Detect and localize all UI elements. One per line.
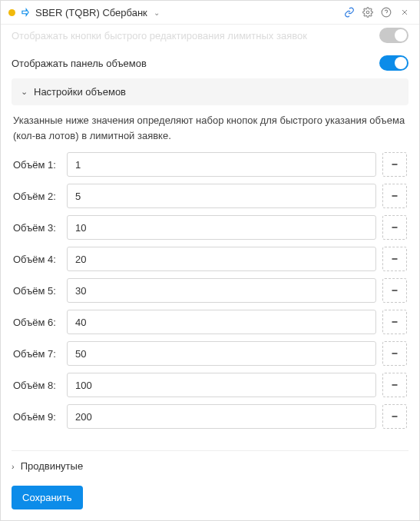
volume-row: Объём 7: [13,341,407,366]
volume-input[interactable] [67,373,376,397]
status-dot-icon [8,9,15,16]
footer: Сохранить [12,481,408,509]
volumes-description: Указанные ниже значения определяют набор… [12,113,408,152]
link-icon[interactable] [342,5,356,19]
volume-label: Объём 6: [13,317,61,328]
volume-input[interactable] [67,215,376,240]
chevron-right-icon: › [12,462,15,471]
volume-input[interactable] [67,404,376,429]
remove-volume-button[interactable] [382,341,407,366]
volume-label: Объём 3: [13,222,61,234]
remove-volume-button[interactable] [382,215,407,240]
advanced-section-header[interactable]: › Продвинутые [12,450,408,481]
toggle-quick-edit-switch[interactable] [379,28,408,43]
remove-volume-button[interactable] [382,247,407,271]
volume-input[interactable] [67,247,376,271]
toggle-volume-panel-switch[interactable] [379,55,408,71]
volume-label: Объём 7: [13,348,61,360]
volume-input[interactable] [67,341,376,366]
volume-list: Объём 1:Объём 2:Объём 3:Объём 4:Объём 5:… [12,152,408,429]
remove-volume-button[interactable] [382,310,407,334]
volume-row: Объём 1: [13,152,407,177]
remove-volume-button[interactable] [382,152,407,177]
remove-volume-button[interactable] [382,184,407,208]
settings-body: Отображать кнопки быстрого редактировани… [1,25,419,520]
toggle-quick-edit-row: Отображать кнопки быстрого редактировани… [12,25,408,51]
volume-input[interactable] [67,310,376,334]
volume-input[interactable] [67,152,376,177]
volume-label: Объём 4: [13,254,61,265]
volume-label: Объём 5: [13,285,61,297]
volume-input[interactable] [67,278,376,303]
volume-label: Объём 1: [13,159,61,171]
save-button[interactable]: Сохранить [12,486,83,509]
title-dropdown-icon[interactable]: ⌄ [154,8,160,17]
remove-volume-button[interactable] [382,278,407,303]
volume-row: Объём 3: [13,215,407,240]
volume-row: Объём 6: [13,310,407,334]
advanced-section-title: Продвинутые [21,460,83,472]
titlebar: SBER (TQBR) Сбербанк ⌄ [1,1,419,25]
volume-row: Объём 2: [13,184,407,208]
remove-volume-button[interactable] [382,404,407,429]
volumes-section-header[interactable]: ⌄ Настройки объемов [12,78,408,105]
gear-icon[interactable] [361,5,375,19]
volume-label: Объём 8: [13,380,61,391]
chevron-down-icon: ⌄ [21,87,28,97]
volumes-content: Указанные ниже значения определяют набор… [12,113,408,438]
window-title: SBER (TQBR) Сбербанк [35,7,147,18]
help-icon[interactable] [379,5,393,19]
settings-window: SBER (TQBR) Сбербанк ⌄ Отображать кнопки… [0,0,420,521]
volume-label: Объём 9: [13,411,61,423]
volume-label: Объём 2: [13,191,61,202]
svg-point-0 [366,11,369,14]
close-icon[interactable] [398,5,412,19]
remove-volume-button[interactable] [382,373,407,397]
volumes-section-title: Настройки объемов [34,86,126,98]
volume-input[interactable] [67,184,376,208]
volume-row: Объём 4: [13,247,407,271]
volume-row: Объём 5: [13,278,407,303]
toggle-volume-panel-label: Отображать панель объемов [12,58,147,69]
toggle-quick-edit-label: Отображать кнопки быстрого редактировани… [12,30,307,41]
volume-row: Объём 8: [13,373,407,397]
ticker-arrow-icon [20,7,31,18]
volume-row: Объём 9: [13,404,407,429]
toggle-volume-panel-row: Отображать панель объемов [12,51,408,78]
titlebar-actions [342,5,412,19]
